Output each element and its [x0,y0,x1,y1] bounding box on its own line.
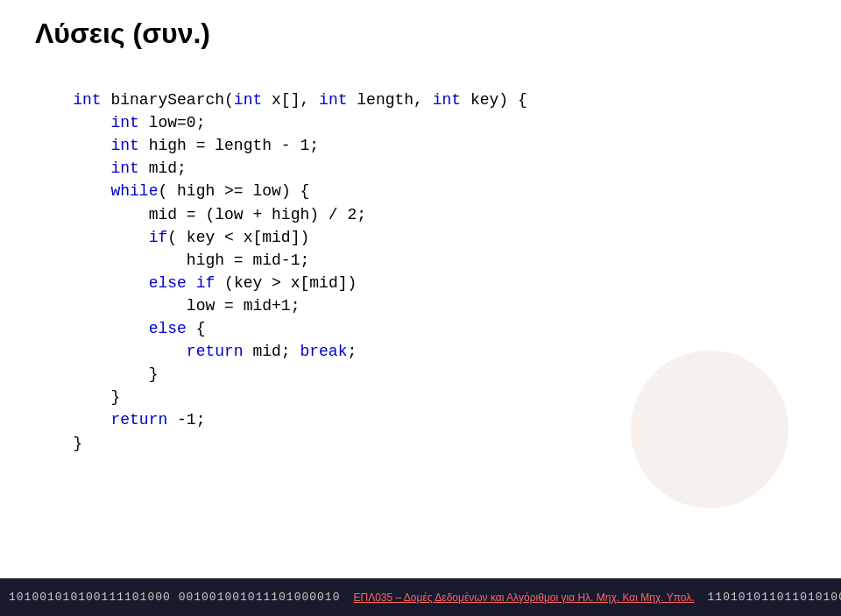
keyword-int-7: int [110,159,138,177]
code-line-7: if( key < x[mid]) [73,229,309,246]
code-line-6: mid = (low + high) / 2; [73,206,366,223]
keyword-break: break [300,343,347,360]
keyword-else-1: else [149,274,187,292]
keyword-int-5: int [110,114,138,131]
code-line-8: high = mid-1; [73,251,309,269]
code-line-2: int low=0; [73,114,205,131]
footer-bar: 101001010100111101000 001001001011101000… [0,578,841,616]
footer-center-text: ΕΠΛ035 – Δομές Δεδομένων και Αλγόριθμοι … [340,591,707,604]
slide-content: Λύσεις (συν.) int binarySearch(int x[], … [0,0,841,578]
code-block: int binarySearch(int x[], int length, in… [35,66,806,478]
code-line-14: } [73,388,120,406]
code-line-4: int mid; [73,159,187,177]
keyword-int-2: int [234,91,262,109]
footer-binary-left: 101001010100111101000 001001001011101000… [9,591,340,604]
keyword-return-1: return [187,343,244,360]
keyword-while: while [110,182,158,200]
code-line-9: else if (key > x[mid]) [73,274,357,292]
keyword-if-2: if [196,274,216,292]
code-line-5: while( high >= low) { [73,182,309,200]
footer-binary-right: 110101011011010100000001 [708,591,841,604]
footer-course-label: ΕΠΛ035 – Δομές Δεδομένων και Αλγόριθμοι … [353,591,694,604]
code-line-12: return mid; break; [73,343,357,360]
keyword-int-3: int [319,91,347,109]
keyword-else-2: else [149,320,187,337]
keyword-int-4: int [433,91,461,109]
keyword-return-2: return [110,411,167,428]
code-line-11: else { [73,320,205,337]
code-line-16: } [73,435,82,452]
keyword-int-1: int [73,91,101,109]
code-line-1: int binarySearch(int x[], int length, in… [73,91,527,109]
keyword-int-6: int [110,137,138,154]
code-line-3: int high = length - 1; [73,137,319,154]
code-line-10: low = mid+1; [73,297,300,315]
slide-title: Λύσεις (συν.) [35,18,806,50]
code-line-13: } [73,365,158,383]
code-line-15: return -1; [73,411,205,428]
keyword-if-1: if [149,229,168,246]
